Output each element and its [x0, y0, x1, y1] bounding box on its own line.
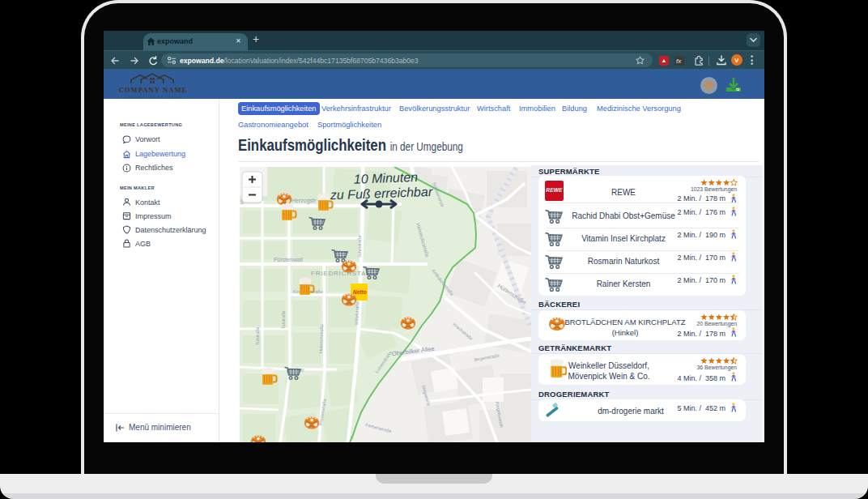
svg-text:Tolstraße: Tolstraße [255, 326, 260, 345]
svg-text:Talstraße: Talstraße [281, 310, 286, 329]
svg-text:10 Minuten: 10 Minuten [354, 170, 419, 186]
svg-text:Helenenstraße: Helenenstraße [318, 324, 324, 353]
svg-text:Herzogstr: Herzogstr [291, 198, 317, 204]
svg-text:Jahnstraße: Jahnstraße [357, 235, 362, 258]
svg-text:Fürstenwall: Fürstenwall [274, 257, 303, 262]
svg-text:Netto: Netto [353, 289, 367, 295]
